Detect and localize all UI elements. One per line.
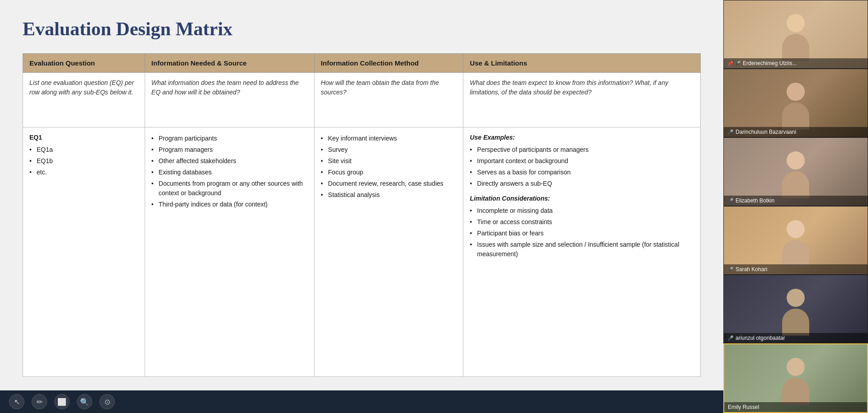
list-item: Perspective of participants or managers (470, 144, 694, 155)
list-item: Directly answers a sub-EQ (470, 178, 694, 189)
participant-name-2: Darinchuluun Bazarvaani (736, 129, 796, 135)
pen-tool-button[interactable]: ✏ (32, 394, 47, 409)
col-header-2: Information Needed & Source (145, 54, 314, 73)
video-label-1: 📌 🎤 Erdenechimeg Ulziis... (724, 58, 868, 68)
mute-icon-1: 🎤 (735, 61, 741, 66)
mute-icon-4: 🎤 (727, 267, 734, 272)
list-item: Program managers (151, 144, 308, 155)
participant-name-5: ariunzul otgonbaatar (736, 335, 785, 341)
list-item: Survey (321, 144, 457, 155)
list-item: Key informant interviews (321, 133, 457, 144)
list-item: Documents from program or any other sour… (151, 178, 308, 199)
person-avatar-5 (778, 289, 814, 334)
info-sources-list: Program participants Program managers Ot… (151, 133, 308, 210)
list-item: Third-party indices or data (for context… (151, 199, 308, 210)
list-item: Focus group (321, 167, 457, 178)
video-label-2: 🎤 Darinchuluun Bazarvaani (724, 127, 868, 137)
participant-name-6: Emily Russel (728, 404, 759, 410)
list-item: Existing databases (151, 167, 308, 178)
desc-col3: How will the team obtain the data from t… (314, 73, 463, 127)
shape-tool-button[interactable]: ⬜ (54, 394, 70, 409)
list-item: Statistical analysis (321, 189, 457, 201)
mute-icon-3: 🎤 (727, 198, 734, 204)
video-label-4: 🎤 Sarah Kohari (724, 264, 868, 274)
mute-icon-5: 🎤 (727, 335, 734, 341)
toolbar: ↖ ✏ ⬜ 🔍 ⊙ (0, 390, 723, 413)
eq-main: EQ1 (29, 133, 138, 142)
list-item: EQ1b (29, 155, 138, 167)
list-item: Program participants (151, 133, 308, 144)
video-panel-3: 🎤 Elizabeth Botkin (723, 137, 868, 206)
use-limitations-cell: Use Examples: Perspective of participant… (463, 127, 701, 376)
list-item: Serves as a basis for comparison (470, 167, 694, 178)
use-examples-list: Perspective of participants or managers … (470, 144, 694, 189)
matrix-table: Evaluation Question Information Needed &… (23, 53, 701, 377)
person-avatar-1 (778, 14, 814, 59)
col-header-4: Use & Limitations (463, 54, 701, 73)
list-item: Issues with sample size and selection / … (470, 239, 694, 260)
col-header-3: Information Collection Method (314, 54, 463, 73)
video-panel-4: 🎤 Sarah Kohari (723, 206, 868, 275)
eq-sub-list: EQ1a EQ1b etc. (29, 144, 138, 178)
video-panel-1: 📌 🎤 Erdenechimeg Ulziis... (723, 0, 868, 69)
more-tools-button[interactable]: ⊙ (99, 394, 115, 409)
video-panel-5: 🎤 ariunzul otgonbaatar (723, 275, 868, 343)
video-label-5: 🎤 ariunzul otgonbaatar (724, 333, 868, 343)
zoom-tool-button[interactable]: 🔍 (77, 394, 92, 409)
person-avatar-3 (778, 151, 814, 197)
participant-name-1: Erdenechimeg Ulziis... (743, 60, 797, 66)
limitation-label: Limitation Considerations: (470, 194, 694, 203)
cursor-tool-button[interactable]: ↖ (9, 394, 24, 409)
col-header-1: Evaluation Question (23, 54, 145, 73)
list-item: Time or access constraints (470, 216, 694, 228)
slide-title: Evaluation Design Matrix (23, 18, 701, 40)
participant-name-3: Elizabeth Botkin (736, 197, 774, 204)
list-item: Other affected stakeholders (151, 155, 308, 167)
list-item: Participant bias or fears (470, 228, 694, 239)
use-examples-label: Use Examples: (470, 133, 694, 142)
pin-icon: 📌 (727, 61, 733, 66)
person-avatar-2 (778, 83, 814, 128)
slide-container: Evaluation Design Matrix Evaluation Ques… (0, 0, 723, 390)
list-item: Incomplete or missing data (470, 205, 694, 216)
eq-cell: EQ1 EQ1a EQ1b etc. (23, 127, 145, 376)
participant-name-4: Sarah Kohari (736, 266, 767, 272)
limitation-list: Incomplete or missing data Time or acces… (470, 205, 694, 260)
video-label-6: Emily Russel (724, 402, 867, 412)
mute-icon-2: 🎤 (727, 129, 734, 135)
person-avatar-6 (778, 358, 814, 403)
collection-methods-list: Key informant interviews Survey Site vis… (321, 133, 457, 201)
video-label-3: 🎤 Elizabeth Botkin (724, 196, 868, 206)
info-sources-cell: Program participants Program managers Ot… (145, 127, 314, 376)
list-item: EQ1a (29, 144, 138, 155)
main-presentation-area: Evaluation Design Matrix Evaluation Ques… (0, 0, 723, 413)
video-sidebar: 📌 🎤 Erdenechimeg Ulziis... 🎤 Darinchuluu… (723, 0, 868, 413)
list-item: Site visit (321, 155, 457, 167)
list-item: Important context or background (470, 155, 694, 167)
collection-methods-cell: Key informant interviews Survey Site vis… (314, 127, 463, 376)
video-panel-2: 🎤 Darinchuluun Bazarvaani (723, 69, 868, 137)
desc-col1: List one evaluation question (EQ) per ro… (23, 73, 145, 127)
desc-col4: What does the team expect to know from t… (463, 73, 701, 127)
list-item: Document review, research, case studies (321, 178, 457, 189)
video-panel-6: Emily Russel (723, 343, 868, 413)
desc-col2: What information does the team need to a… (145, 73, 314, 127)
person-avatar-4 (778, 220, 814, 265)
list-item: etc. (29, 167, 138, 178)
